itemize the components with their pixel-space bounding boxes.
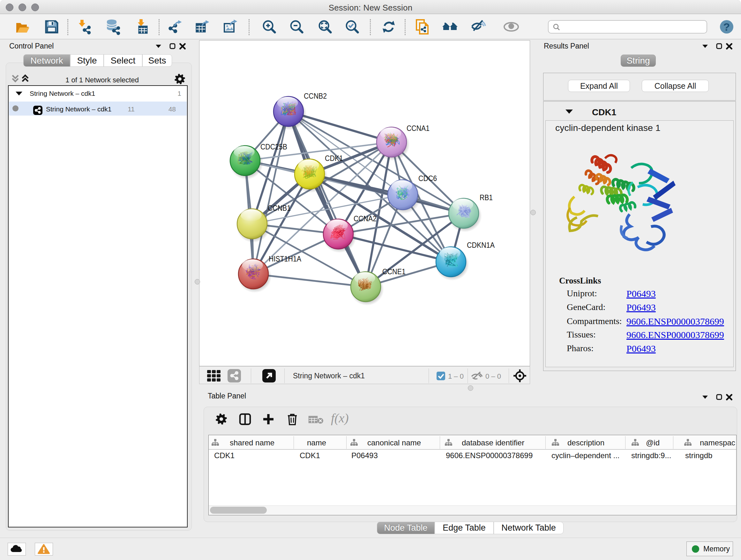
svg-text:CDKN1A: CDKN1A: [467, 241, 495, 249]
svg-text:CCNE1: CCNE1: [382, 267, 406, 276]
svg-text:CDK1: CDK1: [325, 154, 343, 163]
svg-text:HIST1H1A: HIST1H1A: [269, 254, 301, 263]
svg-text:RB1: RB1: [480, 193, 493, 202]
svg-text:CDC6: CDC6: [418, 174, 437, 183]
svg-text:CCNA2: CCNA2: [354, 214, 377, 223]
svg-text:CCNB2: CCNB2: [304, 91, 327, 100]
svg-text:CCNA1: CCNA1: [407, 124, 429, 132]
svg-text:CDC25B: CDC25B: [260, 142, 287, 151]
svg-text:CCNB1: CCNB1: [268, 204, 291, 212]
